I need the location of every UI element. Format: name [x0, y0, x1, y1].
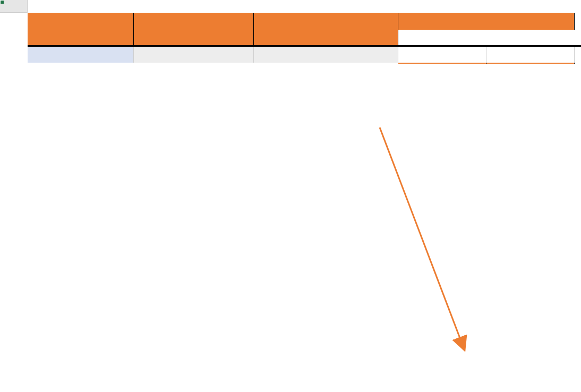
- header-opp-closed[interactable]: [398, 13, 575, 30]
- total-closed-value[interactable]: [134, 47, 254, 63]
- total-opp-value[interactable]: [254, 47, 398, 63]
- selection-handle[interactable]: [0, 0, 4, 4]
- column-headers: [28, 0, 581, 13]
- win-rate-value[interactable]: [398, 47, 486, 63]
- grid: [28, 13, 581, 392]
- total-row-name[interactable]: [28, 47, 134, 63]
- avg-value[interactable]: [486, 47, 575, 63]
